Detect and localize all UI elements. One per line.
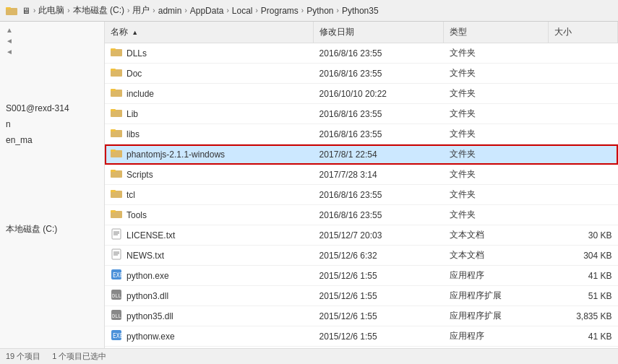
file-icon (111, 208, 122, 222)
file-name-cell: DLL python35.dll (105, 306, 314, 326)
svg-rect-17 (111, 190, 116, 192)
file-date: 2017/8/1 22:54 (314, 144, 444, 165)
sidebar-item-user[interactable]: S001@rexd-314 (0, 100, 104, 116)
table-row[interactable]: tcl 2016/8/16 23:55文件夹 (105, 185, 618, 205)
file-date: 2015/12/6 1:55 (314, 326, 444, 347)
table-row[interactable]: NEWS.txt 2015/12/6 6:32文本文档304 KB (105, 246, 618, 266)
file-size: 41 KB (548, 266, 617, 286)
sidebar: ▲ ◄ ◄ S001@rexd-314 n en_ma 本地磁盘 (C:) (0, 22, 105, 348)
file-name-label: python.exe (126, 271, 169, 281)
breadcrumb-python35[interactable]: Python35 (342, 6, 379, 16)
file-icon: DLL (111, 309, 122, 323)
title-bar: 🖥 › 此电脑 › 本地磁盘 (C:) › 用户 › admin › AppDa… (0, 0, 618, 22)
file-date: 2015/12/7 20:03 (314, 225, 444, 246)
svg-rect-20 (112, 229, 121, 239)
table-row[interactable]: Doc 2016/8/16 23:55文件夹 (105, 64, 618, 84)
svg-rect-24 (112, 249, 121, 259)
file-date: 2017/7/28 3:14 (314, 165, 444, 185)
svg-rect-13 (111, 150, 116, 152)
table-header-row: 名称 ▲ 修改日期 类型 大小 (105, 22, 618, 43)
svg-rect-9 (111, 109, 116, 111)
file-size (548, 84, 617, 104)
col-header-date[interactable]: 修改日期 (314, 22, 444, 43)
svg-text:DLL: DLL (112, 293, 121, 299)
table-row[interactable]: LICENSE.txt 2015/12/7 20:03文本文档30 KB (105, 225, 618, 246)
breadcrumb-root-icon: 🖥 (22, 6, 30, 16)
file-size: 41 KB (548, 326, 617, 347)
status-items-count: 19 个项目 (6, 351, 40, 362)
file-type: 文件夹 (444, 43, 548, 64)
file-name-label: pythonw.exe (126, 332, 175, 342)
breadcrumb-c[interactable]: 本地磁盘 (C:) (73, 4, 124, 17)
file-icon (111, 188, 122, 202)
file-size: 304 KB (548, 246, 617, 266)
file-type: 应用程序扩展 (444, 306, 548, 326)
sidebar-item-enma[interactable]: en_ma (0, 132, 104, 148)
file-type: 文件夹 (444, 124, 548, 144)
breadcrumb: 🖥 › 此电脑 › 本地磁盘 (C:) › 用户 › admin › AppDa… (22, 4, 379, 17)
breadcrumb-programs[interactable]: Programs (261, 6, 299, 16)
file-date: 2016/8/16 23:55 (314, 64, 444, 84)
sidebar-item-c[interactable]: 本地磁盘 (C:) (0, 220, 104, 238)
file-icon (111, 107, 122, 121)
table-row[interactable]: EXE python.exe 2015/12/6 1:55应用程序41 KB (105, 266, 618, 286)
file-name-cell: tcl (105, 185, 314, 205)
file-name-label: Scripts (126, 170, 153, 180)
file-type: 文件夹 (444, 144, 548, 165)
file-date: 2015/12/6 1:55 (314, 266, 444, 286)
file-size (548, 43, 617, 64)
breadcrumb-user[interactable]: 用户 (132, 4, 150, 17)
file-type: 应用程序 (444, 266, 548, 286)
file-size: 3,835 KB (548, 306, 617, 326)
file-name-label: tcl (126, 190, 135, 200)
svg-text:EXE: EXE (113, 333, 122, 339)
col-header-name[interactable]: 名称 ▲ (105, 22, 314, 43)
file-icon (111, 127, 122, 141)
breadcrumb-admin[interactable]: admin (158, 6, 182, 16)
file-name-label: Doc (126, 69, 142, 79)
file-name-label: Lib (126, 109, 138, 119)
file-name-cell: Scripts (105, 165, 314, 185)
sidebar-item-n[interactable]: n (0, 116, 104, 132)
file-size: 51 KB (548, 286, 617, 306)
file-size (548, 64, 617, 84)
table-row[interactable]: Tools 2016/8/16 23:55文件夹 (105, 205, 618, 225)
table-row[interactable]: include 2016/10/10 20:22文件夹 (105, 84, 618, 104)
breadcrumb-local[interactable]: Local (232, 6, 253, 16)
file-name-cell: DLL python3.dll (105, 286, 314, 306)
file-name-label: NEWS.txt (126, 251, 164, 261)
svg-rect-19 (111, 210, 116, 212)
svg-text:EXE: EXE (113, 272, 122, 279)
file-type: 应用程序 (444, 326, 548, 347)
col-header-type[interactable]: 类型 (444, 22, 548, 43)
file-icon (111, 147, 122, 161)
file-date: 2016/8/16 23:55 (314, 43, 444, 64)
table-row[interactable]: EXE pythonw.exe 2015/12/6 1:55应用程序41 KB (105, 326, 618, 347)
table-row[interactable]: Scripts 2017/7/28 3:14文件夹 (105, 165, 618, 185)
table-row[interactable]: DLLs 2016/8/16 23:55文件夹 (105, 43, 618, 64)
breadcrumb-python[interactable]: Python (306, 6, 333, 16)
table-row[interactable]: DLL python35.dll 2015/12/6 1:55应用程序扩展3,8… (105, 306, 618, 326)
file-name-label: python3.dll (126, 291, 168, 301)
file-type: 文件夹 (444, 185, 548, 205)
table-row[interactable]: Lib 2016/8/16 23:55文件夹 (105, 104, 618, 124)
file-date: 2016/8/16 23:55 (314, 104, 444, 124)
file-date: 2016/10/10 20:22 (314, 84, 444, 104)
table-row[interactable]: phantomjs-2.1.1-windows 2017/8/1 22:54文件… (105, 144, 618, 165)
col-header-size[interactable]: 大小 (548, 22, 617, 43)
file-name-cell: phantomjs-2.1.1-windows (105, 144, 314, 165)
file-name-label: phantomjs-2.1.1-windows (126, 150, 225, 160)
file-date: 2016/8/16 23:55 (314, 124, 444, 144)
file-date: 2015/12/6 1:55 (314, 306, 444, 326)
breadcrumb-appdata[interactable]: AppData (190, 6, 224, 16)
table-row[interactable]: DLL python3.dll 2015/12/6 1:55应用程序扩展51 K… (105, 286, 618, 306)
breadcrumb-pc[interactable]: 此电脑 (38, 4, 64, 17)
file-table: 名称 ▲ 修改日期 类型 大小 DLLs 2016/8/16 23:55文件夹 … (105, 22, 618, 348)
file-type: 应用程序扩展 (444, 286, 548, 306)
file-size: 30 KB (548, 225, 617, 246)
sort-arrow-icon: ▲ (132, 29, 138, 36)
file-type: 文本文档 (444, 225, 548, 246)
file-name-cell: LICENSE.txt (105, 225, 314, 246)
file-size (548, 205, 617, 225)
table-row[interactable]: libs 2016/8/16 23:55文件夹 (105, 124, 618, 144)
